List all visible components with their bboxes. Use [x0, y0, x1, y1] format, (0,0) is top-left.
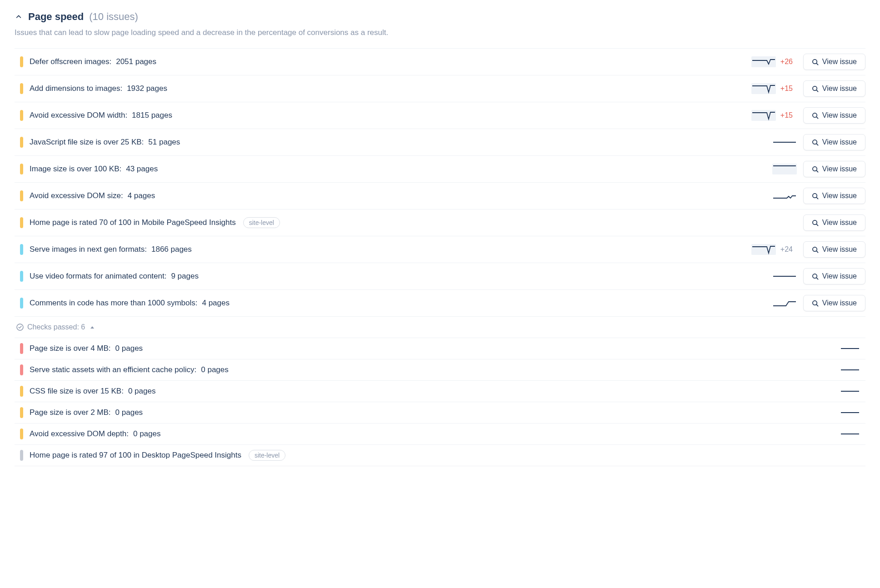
issue-row: Avoid excessive DOM width1815 pages+15Vi…	[15, 102, 865, 129]
issue-row: Defer offscreen images2051 pages+26View …	[15, 49, 865, 75]
checks-passed-toggle[interactable]: Checks passed: 6	[15, 317, 865, 338]
view-issue-button[interactable]: View issue	[803, 161, 865, 177]
chevron-up-icon	[15, 13, 23, 21]
issue-pages: 0 pages	[115, 344, 143, 353]
passed-list: Page size is over 4 MB0 pagesServe stati…	[15, 338, 865, 466]
issue-text: Defer offscreen images2051 pages	[30, 57, 745, 66]
issue-title: Serve images in next gen formats	[30, 245, 147, 254]
issue-text: Image size is over 100 KB43 pages	[30, 164, 766, 174]
sparkline	[751, 83, 776, 94]
sparkline-wrap	[772, 164, 797, 174]
delta-value: +26	[780, 58, 797, 66]
sparkline	[840, 388, 860, 394]
sparkline-wrap	[772, 137, 797, 148]
delta-value: +15	[780, 111, 797, 120]
issue-row: JavaScript file size is over 25 KB51 pag…	[15, 129, 865, 156]
search-icon	[812, 166, 819, 173]
sparkline-wrap	[772, 190, 797, 201]
search-icon	[812, 273, 819, 280]
severity-pill	[20, 190, 23, 201]
sparkline	[751, 56, 776, 67]
caret-up-icon	[90, 326, 94, 329]
severity-pill	[20, 386, 23, 397]
issue-text: Avoid excessive DOM size4 pages	[30, 191, 766, 200]
issue-title: Home page is rated 70 of 100 in Mobile P…	[30, 218, 236, 227]
issue-text: Use video formats for animated content9 …	[30, 272, 766, 281]
issue-row: Avoid excessive DOM size4 pagesView issu…	[15, 183, 865, 209]
issue-text: Serve static assets with an efficient ca…	[30, 365, 834, 374]
issue-pages: 51 pages	[148, 138, 180, 147]
issue-pages: 0 pages	[115, 408, 143, 417]
sparkline	[751, 110, 776, 121]
issue-text: Avoid excessive DOM depth0 pages	[30, 429, 834, 439]
sparkline-wrap	[772, 298, 797, 309]
severity-pill	[20, 450, 23, 461]
severity-pill	[20, 137, 23, 148]
site-level-badge: site-level	[249, 450, 285, 461]
sparkline	[840, 409, 860, 416]
passed-row: CSS file size is over 15 KB0 pages	[15, 381, 865, 402]
view-issue-button[interactable]: View issue	[803, 80, 865, 97]
view-issue-button[interactable]: View issue	[803, 214, 865, 231]
issue-pages: 0 pages	[128, 387, 156, 396]
view-issue-button[interactable]: View issue	[803, 188, 865, 204]
issue-title: Comments in code has more than 1000 symb…	[30, 299, 197, 308]
view-issue-button[interactable]: View issue	[803, 241, 865, 258]
view-issue-button[interactable]: View issue	[803, 54, 865, 70]
issue-row: Home page is rated 70 of 100 in Mobile P…	[15, 209, 865, 236]
svg-line-10	[816, 144, 818, 145]
checks-passed-label: Checks passed: 6	[27, 323, 85, 331]
issue-title: Add dimensions to images	[30, 84, 122, 93]
sparkline	[772, 190, 797, 201]
view-issue-button[interactable]: View issue	[803, 295, 865, 311]
view-issue-button[interactable]: View issue	[803, 107, 865, 124]
issue-pages: 1815 pages	[132, 111, 172, 120]
sparkline	[840, 367, 860, 373]
issue-text: Serve images in next gen formats1866 pag…	[30, 245, 745, 254]
issue-title: Page size is over 2 MB	[30, 408, 111, 417]
search-icon	[812, 139, 819, 146]
issue-pages: 4 pages	[128, 191, 155, 200]
issue-pages: 9 pages	[171, 272, 199, 281]
issue-title: CSS file size is over 15 KB	[30, 387, 124, 396]
view-issue-label: View issue	[822, 165, 857, 173]
issue-row: Add dimensions to images1932 pages+15Vie…	[15, 75, 865, 102]
sparkline-wrap: +26	[751, 56, 797, 67]
severity-pill	[20, 83, 23, 94]
view-issue-button[interactable]: View issue	[803, 134, 865, 150]
issue-pages: 0 pages	[133, 429, 161, 439]
issue-title: Avoid excessive DOM depth	[30, 429, 129, 439]
passed-row: Serve static assets with an efficient ca…	[15, 359, 865, 381]
svg-rect-6	[751, 110, 776, 121]
section-title: Page speed	[28, 11, 84, 23]
view-issue-label: View issue	[822, 85, 857, 93]
svg-rect-11	[772, 164, 797, 174]
sparkline	[772, 298, 797, 309]
issue-text: Home page is rated 70 of 100 in Mobile P…	[30, 217, 790, 228]
issue-title: Home page is rated 97 of 100 in Desktop …	[30, 451, 241, 460]
view-issue-label: View issue	[822, 111, 857, 120]
issue-row: Serve images in next gen formats1866 pag…	[15, 236, 865, 263]
issue-text: Add dimensions to images1932 pages	[30, 84, 745, 93]
svg-rect-3	[751, 83, 776, 94]
severity-pill	[20, 244, 23, 255]
issue-text: Avoid excessive DOM width1815 pages	[30, 111, 745, 120]
issue-row: Image size is over 100 KB43 pagesView is…	[15, 156, 865, 183]
sparkline	[772, 271, 797, 282]
svg-line-8	[816, 117, 818, 118]
severity-pill	[20, 271, 23, 282]
delta-value: +15	[780, 85, 797, 93]
severity-pill	[20, 298, 23, 309]
svg-rect-0	[751, 56, 776, 67]
view-issue-label: View issue	[822, 299, 857, 307]
severity-pill	[20, 429, 23, 439]
svg-line-24	[816, 304, 818, 306]
section-description: Issues that can lead to slow page loadin…	[15, 28, 865, 37]
svg-line-20	[816, 251, 818, 252]
issue-pages: 43 pages	[126, 164, 158, 174]
issues-list: Defer offscreen images2051 pages+26View …	[15, 48, 865, 317]
section-header[interactable]: Page speed (10 issues)	[15, 11, 865, 23]
view-issue-button[interactable]: View issue	[803, 268, 865, 284]
svg-line-13	[816, 170, 818, 172]
issue-text: Comments in code has more than 1000 symb…	[30, 299, 766, 308]
